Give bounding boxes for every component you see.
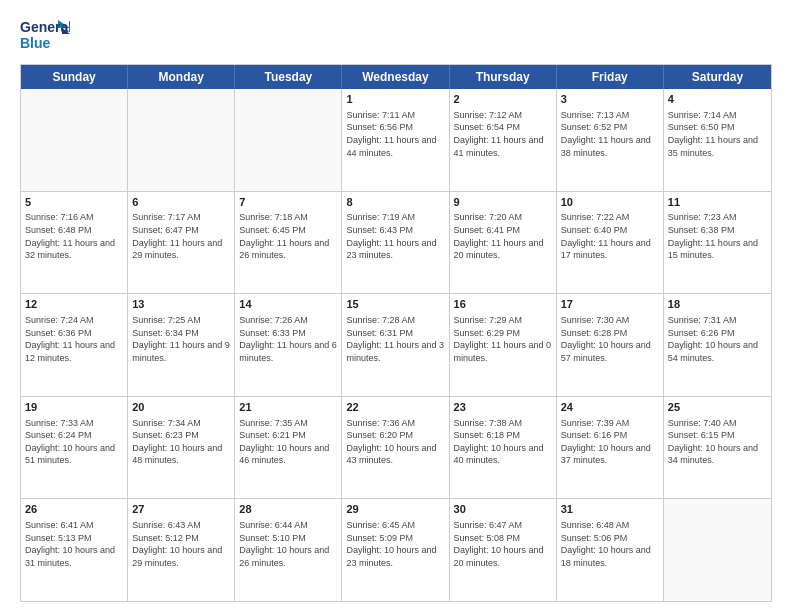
day-number: 24 (561, 400, 659, 415)
day-cell-25: 25Sunrise: 7:40 AM Sunset: 6:15 PM Dayli… (664, 397, 771, 499)
day-number: 2 (454, 92, 552, 107)
day-info: Sunrise: 7:13 AM Sunset: 6:52 PM Dayligh… (561, 109, 659, 159)
day-number: 1 (346, 92, 444, 107)
day-number: 29 (346, 502, 444, 517)
day-number: 3 (561, 92, 659, 107)
day-number: 5 (25, 195, 123, 210)
day-info: Sunrise: 7:24 AM Sunset: 6:36 PM Dayligh… (25, 314, 123, 364)
day-cell-6: 6Sunrise: 7:17 AM Sunset: 6:47 PM Daylig… (128, 192, 235, 294)
day-of-week-saturday: Saturday (664, 65, 771, 89)
empty-cell (128, 89, 235, 191)
calendar-body: 1Sunrise: 7:11 AM Sunset: 6:56 PM Daylig… (21, 89, 771, 601)
svg-text:General: General (20, 19, 70, 35)
day-number: 17 (561, 297, 659, 312)
day-cell-10: 10Sunrise: 7:22 AM Sunset: 6:40 PM Dayli… (557, 192, 664, 294)
day-cell-8: 8Sunrise: 7:19 AM Sunset: 6:43 PM Daylig… (342, 192, 449, 294)
day-cell-9: 9Sunrise: 7:20 AM Sunset: 6:41 PM Daylig… (450, 192, 557, 294)
week-row-5: 26Sunrise: 6:41 AM Sunset: 5:13 PM Dayli… (21, 499, 771, 601)
day-info: Sunrise: 7:26 AM Sunset: 6:33 PM Dayligh… (239, 314, 337, 364)
day-cell-30: 30Sunrise: 6:47 AM Sunset: 5:08 PM Dayli… (450, 499, 557, 601)
day-cell-5: 5Sunrise: 7:16 AM Sunset: 6:48 PM Daylig… (21, 192, 128, 294)
day-number: 14 (239, 297, 337, 312)
day-number: 19 (25, 400, 123, 415)
day-number: 8 (346, 195, 444, 210)
empty-cell (235, 89, 342, 191)
day-number: 10 (561, 195, 659, 210)
day-number: 15 (346, 297, 444, 312)
day-number: 12 (25, 297, 123, 312)
day-number: 23 (454, 400, 552, 415)
day-info: Sunrise: 7:16 AM Sunset: 6:48 PM Dayligh… (25, 211, 123, 261)
day-cell-4: 4Sunrise: 7:14 AM Sunset: 6:50 PM Daylig… (664, 89, 771, 191)
day-of-week-sunday: Sunday (21, 65, 128, 89)
day-cell-2: 2Sunrise: 7:12 AM Sunset: 6:54 PM Daylig… (450, 89, 557, 191)
logo-svg: GeneralBlue (20, 16, 70, 54)
day-info: Sunrise: 7:22 AM Sunset: 6:40 PM Dayligh… (561, 211, 659, 261)
day-cell-15: 15Sunrise: 7:28 AM Sunset: 6:31 PM Dayli… (342, 294, 449, 396)
day-info: Sunrise: 7:39 AM Sunset: 6:16 PM Dayligh… (561, 417, 659, 467)
day-cell-29: 29Sunrise: 6:45 AM Sunset: 5:09 PM Dayli… (342, 499, 449, 601)
day-number: 7 (239, 195, 337, 210)
day-info: Sunrise: 7:28 AM Sunset: 6:31 PM Dayligh… (346, 314, 444, 364)
day-info: Sunrise: 6:41 AM Sunset: 5:13 PM Dayligh… (25, 519, 123, 569)
day-cell-14: 14Sunrise: 7:26 AM Sunset: 6:33 PM Dayli… (235, 294, 342, 396)
day-cell-1: 1Sunrise: 7:11 AM Sunset: 6:56 PM Daylig… (342, 89, 449, 191)
day-number: 4 (668, 92, 767, 107)
day-of-week-friday: Friday (557, 65, 664, 89)
day-info: Sunrise: 7:30 AM Sunset: 6:28 PM Dayligh… (561, 314, 659, 364)
day-number: 26 (25, 502, 123, 517)
day-number: 28 (239, 502, 337, 517)
day-info: Sunrise: 7:38 AM Sunset: 6:18 PM Dayligh… (454, 417, 552, 467)
day-cell-17: 17Sunrise: 7:30 AM Sunset: 6:28 PM Dayli… (557, 294, 664, 396)
day-info: Sunrise: 6:44 AM Sunset: 5:10 PM Dayligh… (239, 519, 337, 569)
day-info: Sunrise: 6:43 AM Sunset: 5:12 PM Dayligh… (132, 519, 230, 569)
day-info: Sunrise: 7:33 AM Sunset: 6:24 PM Dayligh… (25, 417, 123, 467)
day-cell-24: 24Sunrise: 7:39 AM Sunset: 6:16 PM Dayli… (557, 397, 664, 499)
day-cell-28: 28Sunrise: 6:44 AM Sunset: 5:10 PM Dayli… (235, 499, 342, 601)
day-info: Sunrise: 7:11 AM Sunset: 6:56 PM Dayligh… (346, 109, 444, 159)
week-row-2: 5Sunrise: 7:16 AM Sunset: 6:48 PM Daylig… (21, 192, 771, 295)
day-cell-16: 16Sunrise: 7:29 AM Sunset: 6:29 PM Dayli… (450, 294, 557, 396)
day-number: 22 (346, 400, 444, 415)
day-info: Sunrise: 7:17 AM Sunset: 6:47 PM Dayligh… (132, 211, 230, 261)
day-of-week-thursday: Thursday (450, 65, 557, 89)
day-info: Sunrise: 7:23 AM Sunset: 6:38 PM Dayligh… (668, 211, 767, 261)
day-number: 25 (668, 400, 767, 415)
week-row-1: 1Sunrise: 7:11 AM Sunset: 6:56 PM Daylig… (21, 89, 771, 192)
day-info: Sunrise: 7:34 AM Sunset: 6:23 PM Dayligh… (132, 417, 230, 467)
day-info: Sunrise: 7:12 AM Sunset: 6:54 PM Dayligh… (454, 109, 552, 159)
day-info: Sunrise: 7:29 AM Sunset: 6:29 PM Dayligh… (454, 314, 552, 364)
day-of-week-wednesday: Wednesday (342, 65, 449, 89)
empty-cell (21, 89, 128, 191)
day-info: Sunrise: 7:36 AM Sunset: 6:20 PM Dayligh… (346, 417, 444, 467)
svg-text:Blue: Blue (20, 35, 51, 51)
day-info: Sunrise: 6:48 AM Sunset: 5:06 PM Dayligh… (561, 519, 659, 569)
day-number: 20 (132, 400, 230, 415)
empty-cell (664, 499, 771, 601)
day-number: 27 (132, 502, 230, 517)
day-cell-31: 31Sunrise: 6:48 AM Sunset: 5:06 PM Dayli… (557, 499, 664, 601)
page: GeneralBlue SundayMondayTuesdayWednesday… (0, 0, 792, 612)
day-info: Sunrise: 7:19 AM Sunset: 6:43 PM Dayligh… (346, 211, 444, 261)
day-cell-26: 26Sunrise: 6:41 AM Sunset: 5:13 PM Dayli… (21, 499, 128, 601)
day-number: 21 (239, 400, 337, 415)
day-cell-22: 22Sunrise: 7:36 AM Sunset: 6:20 PM Dayli… (342, 397, 449, 499)
day-info: Sunrise: 7:14 AM Sunset: 6:50 PM Dayligh… (668, 109, 767, 159)
day-info: Sunrise: 6:47 AM Sunset: 5:08 PM Dayligh… (454, 519, 552, 569)
day-info: Sunrise: 7:31 AM Sunset: 6:26 PM Dayligh… (668, 314, 767, 364)
day-number: 16 (454, 297, 552, 312)
day-of-week-tuesday: Tuesday (235, 65, 342, 89)
day-cell-18: 18Sunrise: 7:31 AM Sunset: 6:26 PM Dayli… (664, 294, 771, 396)
week-row-3: 12Sunrise: 7:24 AM Sunset: 6:36 PM Dayli… (21, 294, 771, 397)
day-cell-11: 11Sunrise: 7:23 AM Sunset: 6:38 PM Dayli… (664, 192, 771, 294)
day-info: Sunrise: 7:18 AM Sunset: 6:45 PM Dayligh… (239, 211, 337, 261)
week-row-4: 19Sunrise: 7:33 AM Sunset: 6:24 PM Dayli… (21, 397, 771, 500)
day-info: Sunrise: 6:45 AM Sunset: 5:09 PM Dayligh… (346, 519, 444, 569)
day-info: Sunrise: 7:35 AM Sunset: 6:21 PM Dayligh… (239, 417, 337, 467)
day-cell-20: 20Sunrise: 7:34 AM Sunset: 6:23 PM Dayli… (128, 397, 235, 499)
day-cell-12: 12Sunrise: 7:24 AM Sunset: 6:36 PM Dayli… (21, 294, 128, 396)
calendar: SundayMondayTuesdayWednesdayThursdayFrid… (20, 64, 772, 602)
day-of-week-monday: Monday (128, 65, 235, 89)
day-number: 6 (132, 195, 230, 210)
day-cell-13: 13Sunrise: 7:25 AM Sunset: 6:34 PM Dayli… (128, 294, 235, 396)
